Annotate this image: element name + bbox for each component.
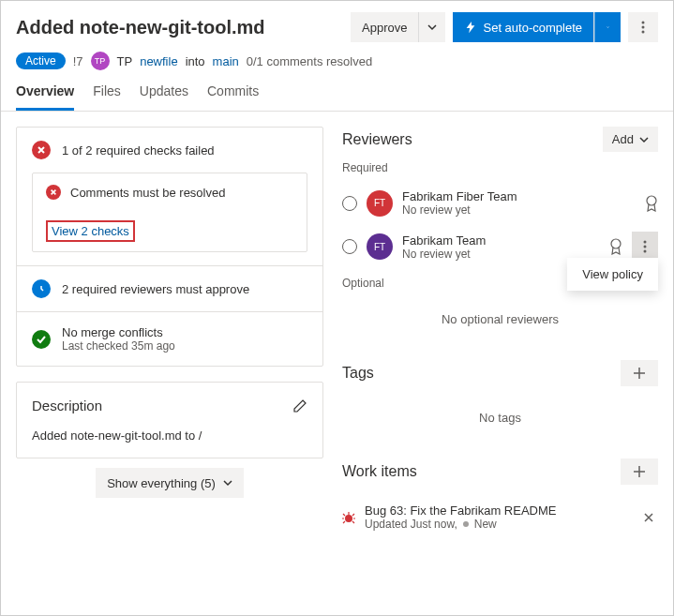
pencil-icon xyxy=(292,398,307,413)
tab-files[interactable]: Files xyxy=(93,83,121,111)
chevron-down-icon xyxy=(607,23,609,32)
tab-overview[interactable]: Overview xyxy=(16,83,74,111)
review-status-icon xyxy=(342,196,357,211)
status-badge: Active xyxy=(16,53,66,69)
reviewer-dropdown: View policy xyxy=(567,258,658,291)
set-auto-complete-label: Set auto-complete xyxy=(483,21,582,35)
into-label: into xyxy=(186,54,205,68)
no-optional-reviewers-label: No optional reviewers xyxy=(342,297,658,341)
work-item-updated: Updated Just now, xyxy=(365,518,457,531)
svg-point-9 xyxy=(345,515,352,522)
add-reviewer-button[interactable]: Add xyxy=(603,127,658,152)
tab-updates[interactable]: Updates xyxy=(140,83,188,111)
reviewers-heading: Reviewers xyxy=(342,131,412,148)
target-branch-link[interactable]: main xyxy=(213,54,239,68)
check-icon xyxy=(32,330,51,349)
source-branch-link[interactable]: newfile xyxy=(140,54,177,68)
chevron-down-icon xyxy=(639,135,649,144)
description-heading: Description xyxy=(32,398,102,413)
reviewer-row: FT Fabrikam Fiber Team No review yet xyxy=(342,182,658,224)
plus-icon xyxy=(633,367,646,380)
add-label: Add xyxy=(612,132,634,146)
svg-point-1 xyxy=(642,26,645,29)
kebab-icon xyxy=(641,21,645,34)
svg-point-5 xyxy=(611,239,621,248)
author-label: TP xyxy=(117,54,133,68)
svg-point-0 xyxy=(642,22,645,24)
policy-badge-icon xyxy=(609,238,622,255)
lightning-icon xyxy=(464,21,477,34)
error-icon xyxy=(32,141,51,159)
edit-description-button[interactable] xyxy=(292,398,307,413)
chevron-down-icon xyxy=(223,478,232,488)
bug-icon xyxy=(342,511,355,524)
chevron-down-icon xyxy=(427,23,437,32)
approve-dropdown-button[interactable] xyxy=(419,12,445,42)
svg-point-4 xyxy=(647,196,656,205)
plus-icon xyxy=(633,465,646,478)
no-tags-label: No tags xyxy=(342,396,658,440)
reviewers-required-label: 2 required reviewers must approve xyxy=(62,282,249,296)
work-item-row: Bug 63: Fix the Fabrikam README Updated … xyxy=(342,494,658,540)
svg-point-7 xyxy=(644,246,647,248)
review-status-icon xyxy=(342,239,357,254)
reviewer-name[interactable]: Fabrikam Fiber Team xyxy=(402,189,636,203)
tab-commits[interactable]: Commits xyxy=(207,83,259,111)
last-checked-label: Last checked 35m ago xyxy=(62,339,175,353)
policy-badge-icon xyxy=(645,195,658,212)
checks-failed-label: 1 of 2 required checks failed xyxy=(62,143,215,158)
svg-point-2 xyxy=(642,31,645,34)
reviewer-row: FT Fabrikam Team No review yet View poli… xyxy=(342,224,658,269)
svg-point-6 xyxy=(644,241,647,244)
reviewer-name[interactable]: Fabrikam Team xyxy=(402,233,600,248)
description-body: Added note-new-git-tool.md to / xyxy=(32,428,307,443)
work-item-state: New xyxy=(474,518,497,531)
kebab-icon xyxy=(643,240,647,253)
error-icon xyxy=(46,185,61,200)
required-subheading: Required xyxy=(342,161,658,174)
approve-button[interactable]: Approve xyxy=(351,12,419,42)
close-icon xyxy=(643,512,654,523)
comments-resolved-label: 0/1 comments resolved xyxy=(247,54,372,68)
reviewer-avatar[interactable]: FT xyxy=(367,190,393,217)
view-policy-menu-item[interactable]: View policy xyxy=(582,267,643,281)
reviewer-avatar[interactable]: FT xyxy=(367,233,393,260)
show-everything-label: Show everything (5) xyxy=(107,476,216,490)
author-avatar[interactable]: TP xyxy=(91,52,110,70)
auto-complete-dropdown-button[interactable] xyxy=(594,12,621,42)
no-conflicts-label: No merge conflicts xyxy=(62,325,175,339)
page-title: Added note-new-git-tool.md xyxy=(16,17,343,38)
add-work-item-button[interactable] xyxy=(621,458,658,485)
add-tag-button[interactable] xyxy=(621,360,658,386)
work-items-heading: Work items xyxy=(342,463,417,480)
show-everything-button[interactable]: Show everything (5) xyxy=(96,468,244,498)
status-dot-icon xyxy=(463,521,469,527)
more-actions-button[interactable] xyxy=(628,12,658,42)
work-item-title[interactable]: Bug 63: Fix the Fabrikam README xyxy=(365,503,630,518)
clock-icon xyxy=(32,279,51,298)
view-checks-link[interactable]: View 2 checks xyxy=(46,220,135,242)
remove-work-item-button[interactable] xyxy=(639,508,658,527)
reviewer-status-label: No review yet xyxy=(402,203,636,217)
comments-must-resolve-label: Comments must be resolved xyxy=(70,186,225,200)
svg-point-8 xyxy=(644,250,647,253)
set-auto-complete-button[interactable]: Set auto-complete xyxy=(453,12,594,42)
pr-id: !7 xyxy=(73,54,83,68)
tags-heading: Tags xyxy=(342,365,374,382)
